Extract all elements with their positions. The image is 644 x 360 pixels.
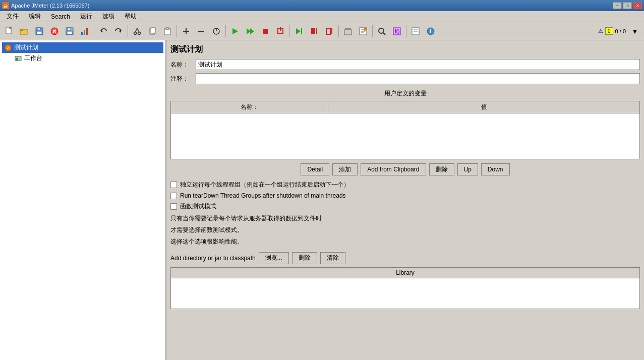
- toggle-button[interactable]: [209, 24, 223, 38]
- start-no-pause-button[interactable]: [243, 24, 257, 38]
- svg-marker-31: [247, 28, 251, 34]
- detail-button[interactable]: Detail: [301, 163, 329, 175]
- remote-stop-button[interactable]: [307, 24, 321, 38]
- start-button[interactable]: [228, 24, 242, 38]
- content-panel: 测试计划 名称： 注释： 用户定义的变量 名称： 值 Detail 添加: [166, 40, 644, 360]
- menu-options[interactable]: 选项: [98, 11, 119, 22]
- info-button[interactable]: i: [424, 24, 438, 38]
- col-name-header: 名称：: [171, 101, 328, 113]
- name-field-row: 名称：: [170, 59, 640, 70]
- svg-rect-33: [263, 29, 268, 34]
- shutdown-button[interactable]: [273, 24, 287, 38]
- menu-edit[interactable]: 编辑: [24, 11, 45, 22]
- paste-button[interactable]: [160, 24, 174, 38]
- stop-button[interactable]: [258, 24, 272, 38]
- functional-mode-checkbox[interactable]: [170, 203, 177, 210]
- clear-classpath-button[interactable]: 清除: [320, 252, 345, 264]
- menu-bar: 文件 编辑 Search 运行 选项 帮助: [0, 11, 644, 22]
- up-button[interactable]: Up: [457, 163, 478, 175]
- menu-file[interactable]: 文件: [2, 11, 23, 22]
- menu-search[interactable]: Search: [46, 12, 75, 22]
- teardown-label: Run tearDown Thread Groups after shutdow…: [180, 192, 346, 199]
- log-toggle-button[interactable]: ▼: [628, 24, 642, 38]
- browse-button[interactable]: 浏览...: [259, 252, 289, 264]
- clear-button[interactable]: [341, 24, 355, 38]
- main-layout: ✓ 测试计划 工作台 测试计划 名称： 注释： 用户定义的变量: [0, 40, 644, 360]
- expand-button[interactable]: [179, 24, 193, 38]
- svg-rect-2: [20, 29, 23, 31]
- panel-title: 测试计划: [170, 44, 640, 55]
- warning-count: 0: [605, 27, 613, 35]
- delete-classpath-button[interactable]: 删除: [292, 252, 317, 264]
- maximize-button[interactable]: □: [623, 2, 632, 9]
- template-button[interactable]: [408, 24, 423, 38]
- sidebar-item-test-plan[interactable]: ✓ 测试计划: [2, 42, 163, 53]
- svg-rect-11: [67, 31, 72, 34]
- menu-help[interactable]: 帮助: [120, 11, 141, 22]
- close-button[interactable]: ✕: [633, 2, 642, 9]
- log-viewer-button[interactable]: [356, 24, 370, 38]
- functional-mode-row: 函数测试模式: [170, 202, 640, 211]
- menu-run[interactable]: 运行: [76, 11, 97, 22]
- toolbar-separator-3: [177, 25, 177, 37]
- svg-point-51: [364, 28, 367, 31]
- search-icon-button[interactable]: [375, 24, 389, 38]
- toolbar-separator-4: [225, 25, 226, 37]
- independent-groups-checkbox[interactable]: [170, 182, 177, 188]
- name-input[interactable]: [196, 59, 640, 70]
- svg-line-19: [135, 28, 137, 32]
- redo-button[interactable]: [111, 24, 126, 38]
- teardown-checkbox[interactable]: [170, 193, 177, 199]
- toolbar-separator-1: [94, 25, 94, 37]
- svg-marker-32: [250, 28, 254, 34]
- svg-rect-4: [37, 28, 40, 30]
- functional-mode-label: 函数测试模式: [180, 202, 216, 211]
- svg-rect-12: [81, 32, 83, 35]
- add-from-clipboard-button[interactable]: Add from Clipboard: [361, 163, 426, 175]
- svg-point-52: [379, 28, 384, 33]
- svg-rect-42: [344, 30, 352, 35]
- down-button[interactable]: Down: [481, 163, 510, 175]
- error-count: 0 / 0: [615, 28, 626, 34]
- svg-point-17: [134, 32, 137, 34]
- close-test-button[interactable]: [47, 24, 62, 38]
- sidebar: ✓ 测试计划 工作台: [0, 40, 166, 360]
- remote-shutdown-button[interactable]: [322, 24, 336, 38]
- svg-marker-16: [119, 30, 121, 33]
- add-button[interactable]: 添加: [332, 163, 358, 175]
- info-text-2: 才需要选择函数测试模式。: [170, 225, 640, 235]
- toolbar-right: ⚠ 0 0 / 0 ▼: [598, 24, 642, 38]
- cut-button[interactable]: [130, 24, 144, 38]
- toolbar-separator-2: [128, 25, 128, 37]
- save-button[interactable]: [63, 24, 77, 38]
- minimize-button[interactable]: ─: [613, 2, 622, 9]
- svg-rect-10: [68, 28, 71, 30]
- svg-marker-36: [296, 28, 301, 34]
- col-value-header: 值: [328, 101, 639, 113]
- comment-input[interactable]: [196, 73, 640, 84]
- function-helper-button[interactable]: f(): [390, 24, 404, 38]
- remote-start-button[interactable]: [292, 24, 306, 38]
- svg-rect-38: [311, 28, 315, 34]
- toolbar-separator-7: [372, 25, 373, 37]
- open-button[interactable]: [17, 24, 31, 38]
- toolbar: f() i ⚠ 0 0 / 0 ▼: [0, 22, 644, 40]
- chart-button[interactable]: [78, 24, 92, 38]
- svg-text:✓: ✓: [7, 46, 10, 50]
- library-header: Library: [171, 268, 639, 278]
- svg-rect-5: [37, 31, 42, 34]
- name-label: 名称：: [170, 61, 196, 69]
- save-template-button[interactable]: [32, 24, 46, 38]
- title-bar: ☕ Apache JMeter (2.13 r1665067) ─ □ ✕: [0, 0, 644, 11]
- collapse-button[interactable]: [194, 24, 208, 38]
- workbench-label: 工作台: [24, 54, 42, 63]
- workbench-icon: [14, 54, 22, 63]
- delete-var-button[interactable]: 删除: [429, 163, 454, 175]
- svg-rect-56: [412, 28, 419, 35]
- sidebar-item-workbench[interactable]: 工作台: [12, 53, 163, 64]
- undo-button[interactable]: [96, 24, 110, 38]
- copy-button[interactable]: [145, 24, 159, 38]
- toolbar-separator-6: [338, 25, 339, 37]
- table-header-row: 名称： 值: [171, 101, 639, 113]
- new-button[interactable]: [2, 24, 16, 38]
